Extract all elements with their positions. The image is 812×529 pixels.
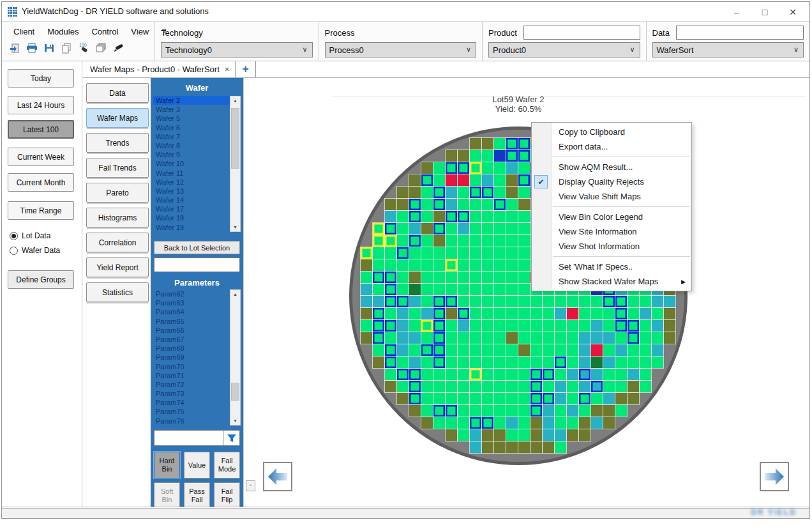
parameter-list-item[interactable]: Param73 bbox=[153, 389, 230, 398]
menu-control[interactable]: Control bbox=[86, 26, 123, 38]
module-tab-trends[interactable]: Trends bbox=[86, 133, 149, 153]
wafer-list-item[interactable]: Wafer 19 bbox=[153, 223, 230, 232]
radio-wafer-data[interactable]: Wafer Data bbox=[10, 246, 60, 255]
wafer-list-item[interactable]: Wafer 17 bbox=[153, 204, 230, 213]
context-menu-item-view-site-information[interactable]: View Site Information bbox=[532, 224, 691, 239]
parameter-list-item[interactable]: Param66 bbox=[153, 326, 230, 335]
wafer-list-item[interactable]: Wafer 3 bbox=[153, 105, 230, 114]
maximize-button[interactable]: □ bbox=[751, 2, 779, 22]
menu-view[interactable]: View bbox=[126, 26, 154, 38]
scroll-up-icon[interactable]: ▲ bbox=[233, 290, 237, 298]
sidebar-button-latest-100[interactable]: Latest 100 bbox=[8, 120, 74, 139]
context-menu-item-show-stacked-wafer-maps[interactable]: Show Stacked Wafer Maps▶ bbox=[532, 274, 691, 289]
wafer-list-item[interactable]: Wafer 5 bbox=[153, 114, 230, 123]
module-tab-histograms[interactable]: Histograms bbox=[86, 208, 149, 227]
parameter-list-item[interactable]: Param71 bbox=[153, 371, 230, 380]
save-icon[interactable] bbox=[43, 42, 56, 54]
parameter-list-item[interactable]: Param62 bbox=[153, 289, 230, 298]
parameter-list-item[interactable]: Param75 bbox=[153, 407, 230, 416]
parameter-filter-input[interactable] bbox=[154, 430, 223, 446]
parameters-scrollbar[interactable]: ▲ ▼ bbox=[230, 289, 241, 425]
wafer-list-item[interactable]: Wafer 13 bbox=[153, 187, 230, 195]
add-tab-button[interactable]: + bbox=[236, 61, 256, 77]
next-wafer-button[interactable] bbox=[760, 462, 789, 491]
scroll-down-icon[interactable]: ▼ bbox=[233, 223, 237, 231]
parameter-list-item[interactable]: Param70 bbox=[153, 362, 230, 371]
scrollbar-thumb[interactable] bbox=[231, 383, 239, 401]
module-tab-correlation[interactable]: Correlation bbox=[86, 233, 149, 252]
parameter-list-item[interactable]: Param68 bbox=[153, 344, 230, 353]
module-tab-yield-report[interactable]: Yield Report bbox=[86, 257, 149, 277]
parameter-list-item[interactable]: Param72 bbox=[153, 380, 230, 389]
cascade-windows-icon[interactable] bbox=[94, 42, 107, 54]
context-menu-item-show-aqm-result-[interactable]: Show AQM Result... bbox=[532, 160, 691, 174]
context-menu-item-copy-to-clipboard[interactable]: Copy to Clipboard bbox=[532, 125, 691, 139]
wafer-list-item[interactable]: Wafer 11 bbox=[153, 169, 230, 178]
module-tab-data[interactable]: Data bbox=[86, 83, 149, 103]
new-report-icon[interactable] bbox=[8, 42, 21, 54]
context-menu-item-view-value-shift-maps[interactable]: View Value Shift Maps bbox=[532, 189, 691, 204]
wafer-list-item[interactable]: Wafer 6 bbox=[153, 123, 230, 132]
menu-client[interactable]: Client bbox=[8, 26, 40, 38]
mode-button-fail-flip[interactable]: Fail Flip bbox=[214, 482, 240, 509]
tab-close-icon[interactable]: × bbox=[225, 65, 230, 74]
context-menu-item-export-data-[interactable]: Export data... bbox=[532, 139, 691, 154]
wafer-list-item[interactable]: Wafer 14 bbox=[153, 195, 230, 204]
mode-button-soft-bin[interactable]: Soft Bin bbox=[154, 482, 180, 509]
back-to-lot-selection-button[interactable]: Back to Lot Selection bbox=[154, 241, 240, 254]
wafer-list-item[interactable]: Wafer 8 bbox=[153, 141, 230, 150]
wafer-list-item[interactable]: Wafer 10 bbox=[153, 159, 230, 168]
context-menu-item-display-quality-rejects[interactable]: Display Quality Rejects✔ bbox=[532, 174, 691, 189]
wafer-list-scrollbar[interactable]: ▲ ▼ bbox=[230, 96, 241, 232]
data-search-input[interactable] bbox=[676, 26, 804, 40]
scrollbar-thumb[interactable] bbox=[231, 108, 239, 169]
product-select[interactable]: Product0∨ bbox=[488, 42, 640, 57]
mode-button-fail-mode[interactable]: Fail Mode bbox=[214, 452, 240, 479]
wafer-search-input[interactable] bbox=[154, 257, 240, 272]
wafer-list-item[interactable]: Wafer 9 bbox=[153, 150, 230, 159]
close-button[interactable]: ✕ bbox=[779, 2, 807, 22]
module-tab-fail-trends[interactable]: Fail Trends bbox=[86, 158, 149, 178]
menu-modules[interactable]: Modules bbox=[42, 26, 84, 38]
parameter-list-item[interactable]: Param65 bbox=[153, 317, 230, 326]
scroll-up-icon[interactable]: ▲ bbox=[233, 96, 237, 105]
mode-button-pass-fail[interactable]: Pass Fail bbox=[184, 482, 210, 509]
wafer-list-item[interactable]: Wafer 12 bbox=[153, 178, 230, 187]
context-menu-item-set-what-if-specs-[interactable]: Set 'What If' Specs.. bbox=[532, 259, 691, 274]
pen-icon[interactable] bbox=[112, 42, 124, 54]
tab-wafer-maps[interactable]: Wafer Maps - Product0 - WaferSort × bbox=[83, 61, 236, 77]
minimize-button[interactable]: – bbox=[723, 2, 751, 22]
wafer-list-item[interactable]: Wafer 18 bbox=[153, 213, 230, 222]
parameter-list-item[interactable]: Param64 bbox=[153, 307, 230, 316]
context-menu-item-view-shot-information[interactable]: View Shot Information bbox=[532, 239, 691, 254]
parameter-list-item[interactable]: Param67 bbox=[153, 335, 230, 344]
copy-icon[interactable] bbox=[60, 42, 73, 54]
parameter-list-item[interactable]: Param63 bbox=[153, 298, 230, 307]
parameter-list-item[interactable]: Param74 bbox=[153, 398, 230, 407]
sidebar-button-time-range[interactable]: Time Range bbox=[8, 201, 74, 220]
panel-scroll-up-button[interactable]: ^ bbox=[246, 480, 255, 491]
module-tab-wafer-maps[interactable]: Wafer Maps bbox=[86, 108, 149, 128]
technology-select[interactable]: Technology0∨ bbox=[161, 42, 313, 57]
process-select[interactable]: Process0∨ bbox=[325, 42, 477, 57]
sidebar-button-last-24-hours[interactable]: Last 24 Hours bbox=[8, 96, 74, 114]
sidebar-button-current-week[interactable]: Current Week bbox=[8, 148, 74, 166]
mode-button-value[interactable]: Value bbox=[184, 452, 210, 479]
define-groups-button[interactable]: Define Groups bbox=[8, 270, 74, 289]
product-search-input[interactable] bbox=[523, 26, 640, 40]
zoom-100-icon[interactable]: 100 bbox=[77, 42, 90, 54]
filter-funnel-button[interactable] bbox=[223, 430, 240, 446]
wafer-list-item[interactable]: Wafer 7 bbox=[153, 132, 230, 141]
module-tab-pareto[interactable]: Pareto bbox=[86, 183, 149, 203]
scroll-down-icon[interactable]: ▼ bbox=[233, 417, 237, 425]
sidebar-button-today[interactable]: Today bbox=[8, 69, 74, 88]
parameter-list-item[interactable]: Param69 bbox=[153, 353, 230, 362]
radio-lot-data[interactable]: Lot Data bbox=[10, 231, 50, 240]
module-tab-statistics[interactable]: Statistics bbox=[86, 282, 149, 302]
previous-wafer-button[interactable] bbox=[263, 462, 292, 491]
data-select[interactable]: WaferSort∨ bbox=[652, 42, 804, 57]
wafer-list-item[interactable]: Wafer 2 bbox=[153, 96, 230, 105]
parameter-list-item[interactable]: Param76 bbox=[153, 417, 230, 425]
context-menu-item-view-bin-color-legend[interactable]: View Bin Color Legend bbox=[532, 210, 691, 224]
print-icon[interactable] bbox=[26, 42, 38, 54]
